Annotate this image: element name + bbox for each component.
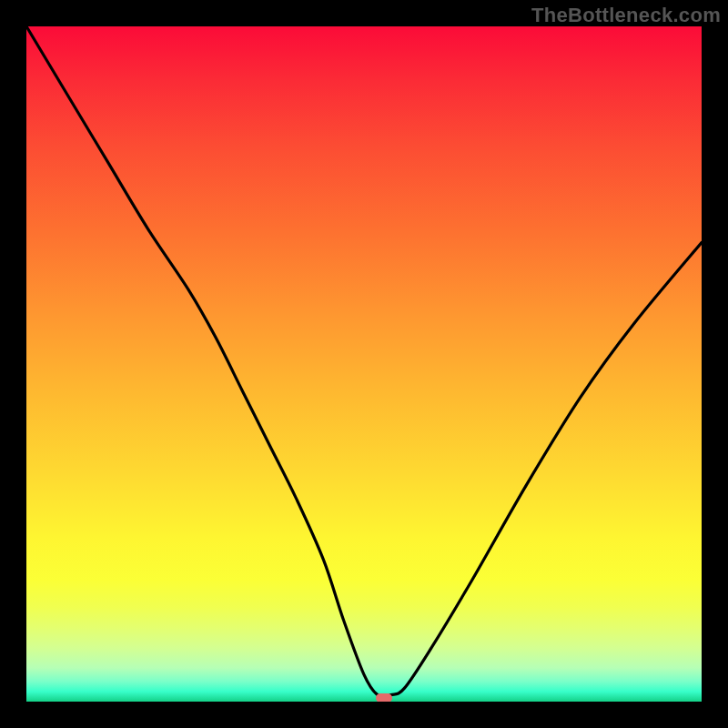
watermark-text: TheBottleneck.com [531,4,721,27]
optimal-marker [376,693,392,702]
plot-area [26,26,702,702]
bottleneck-curve [26,26,702,702]
chart-frame: TheBottleneck.com [0,0,728,728]
